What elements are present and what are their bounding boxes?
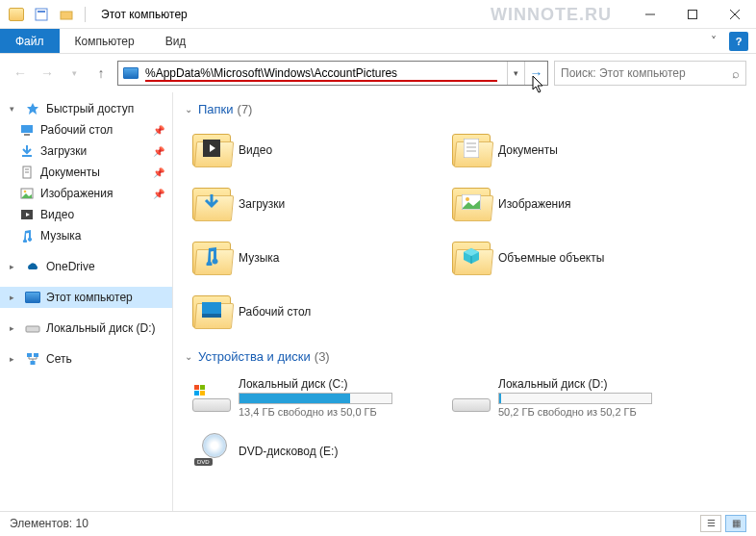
system-menu-icon[interactable] [6, 4, 27, 25]
folder-music[interactable]: Музыка [185, 232, 444, 284]
sidebar-item-pictures[interactable]: Изображения 📌 [0, 183, 172, 204]
ribbon-tab-view[interactable]: Вид [150, 29, 202, 53]
dvd-drive-icon: DVD [189, 428, 235, 474]
address-dropdown-button[interactable]: ▾ [507, 62, 524, 85]
folder-icon [189, 289, 235, 335]
folder-3d-objects[interactable]: Объемные объекты [444, 232, 704, 284]
search-input[interactable] [561, 66, 732, 80]
folder-icon [189, 127, 235, 173]
view-tiles-button[interactable]: ▦ [725, 515, 746, 532]
folder-video[interactable]: Видео [185, 124, 444, 176]
drive-icon [189, 374, 235, 421]
address-highlight [145, 80, 497, 82]
folder-desktop[interactable]: Рабочий стол [185, 286, 444, 338]
drive-usage-text: 50,2 ГБ свободно из 50,2 ГБ [498, 406, 700, 418]
folder-label: Объемные объекты [498, 251, 700, 265]
chevron-down-icon[interactable]: ▾ [10, 104, 19, 114]
downloads-icon [19, 143, 35, 159]
group-folders[interactable]: ⌄ Папки (7) [185, 102, 744, 116]
svg-rect-24 [464, 139, 479, 158]
chevron-right-icon[interactable]: ▸ [10, 323, 19, 333]
qat-separator [85, 7, 86, 22]
ribbon-tab-file[interactable]: Файл [0, 29, 60, 53]
drive-usage-bar [498, 393, 652, 404]
close-button[interactable] [714, 0, 756, 29]
search-box[interactable]: ⌕ [554, 61, 746, 86]
sidebar-item-label: Загрузки [40, 144, 87, 158]
nav-back-button[interactable]: ← [10, 63, 31, 84]
chevron-right-icon[interactable]: ▸ [10, 354, 19, 364]
qat-new-folder-icon[interactable] [56, 4, 77, 25]
sidebar-item-label: Изображения [40, 187, 113, 200]
network-icon [25, 351, 40, 367]
address-bar[interactable]: ▾ → [117, 61, 548, 86]
group-count: (7) [238, 102, 253, 116]
maximize-button[interactable] [671, 0, 714, 29]
sidebar-item-quick-access[interactable]: ▾ Быстрый доступ [0, 98, 172, 119]
svg-rect-9 [24, 134, 30, 136]
sidebar-item-label: OneDrive [46, 260, 95, 273]
chevron-down-icon: ⌄ [185, 351, 192, 362]
svg-rect-18 [26, 326, 39, 332]
sidebar-item-network[interactable]: ▸ Сеть [0, 348, 172, 370]
nav-forward-button[interactable]: → [37, 63, 58, 84]
folder-icon [189, 181, 235, 227]
video-icon [19, 207, 35, 222]
status-bar: Элементов: 10 ☰ ▦ [0, 511, 756, 534]
drive-usage-bar [239, 393, 392, 404]
sidebar-item-this-pc[interactable]: ▸ Этот компьютер [0, 287, 172, 308]
svg-rect-19 [27, 353, 32, 357]
view-details-button[interactable]: ☰ [700, 515, 721, 532]
drive-label: Локальный диск (C:) [239, 377, 441, 391]
svg-rect-35 [200, 391, 205, 396]
content-pane: ⌄ Папки (7) Видео Документы Загрузки Изо… [173, 92, 756, 511]
pin-icon: 📌 [153, 146, 164, 157]
ribbon: Файл Компьютер Вид ˅ ? [0, 29, 756, 54]
drive-c[interactable]: Локальный диск (C:) 13,4 ГБ свободно из … [185, 371, 444, 423]
search-icon[interactable]: ⌕ [732, 66, 740, 81]
sidebar-item-documents[interactable]: Документы 📌 [0, 162, 172, 183]
ribbon-expand-icon[interactable]: ˅ [704, 32, 723, 51]
nav-bar: ← → ▾ ↑ ▾ → ⌕ [0, 54, 756, 92]
folder-downloads[interactable]: Загрузки [185, 178, 444, 230]
sidebar-item-local-d[interactable]: ▸ Локальный диск (D:) [0, 318, 172, 339]
folder-label: Изображения [498, 197, 700, 211]
sidebar-item-music[interactable]: Музыка [0, 225, 172, 246]
sidebar-item-label: Рабочий стол [40, 123, 113, 137]
qat-properties-icon[interactable] [31, 4, 52, 25]
chevron-right-icon[interactable]: ▸ [10, 262, 19, 271]
nav-history-dropdown[interactable]: ▾ [63, 63, 85, 84]
sidebar-item-onedrive[interactable]: ▸ OneDrive [0, 256, 172, 277]
group-count: (3) [315, 349, 330, 364]
pin-icon: 📌 [153, 125, 164, 136]
drive-d[interactable]: Локальный диск (D:) 50,2 ГБ свободно из … [444, 371, 704, 423]
folder-pictures[interactable]: Изображения [444, 178, 704, 230]
pin-icon: 📌 [153, 189, 164, 199]
pin-icon: 📌 [153, 167, 164, 178]
help-button[interactable]: ? [729, 32, 748, 51]
cloud-icon [25, 259, 40, 274]
minimize-button[interactable] [629, 0, 671, 29]
address-go-button[interactable]: → [524, 62, 547, 85]
svg-rect-30 [202, 302, 221, 316]
svg-rect-34 [194, 391, 199, 396]
sidebar-item-downloads[interactable]: Загрузки 📌 [0, 140, 172, 162]
nav-up-button[interactable]: ↑ [90, 63, 112, 84]
chevron-right-icon[interactable]: ▸ [10, 293, 19, 302]
drive-dvd[interactable]: DVD DVD-дисковод (E:) [185, 425, 444, 477]
folder-label: Загрузки [239, 197, 441, 211]
folder-label: Документы [498, 143, 700, 157]
sidebar-item-desktop[interactable]: Рабочий стол 📌 [0, 119, 172, 140]
svg-rect-0 [36, 9, 47, 20]
sidebar: ▾ Быстрый доступ Рабочий стол 📌 Загрузки… [0, 92, 173, 511]
group-drives[interactable]: ⌄ Устройства и диски (3) [185, 349, 744, 364]
folder-documents[interactable]: Документы [444, 124, 704, 176]
sidebar-item-video[interactable]: Видео [0, 204, 172, 225]
window-title: Этот компьютер [101, 8, 188, 21]
drive-label: Локальный диск (D:) [498, 377, 700, 391]
sidebar-item-label: Быстрый доступ [46, 102, 134, 115]
status-text: Элементов: 10 [10, 517, 88, 530]
ribbon-tab-computer[interactable]: Компьютер [60, 29, 150, 53]
folder-icon [189, 235, 235, 281]
group-label: Папки [198, 102, 234, 116]
